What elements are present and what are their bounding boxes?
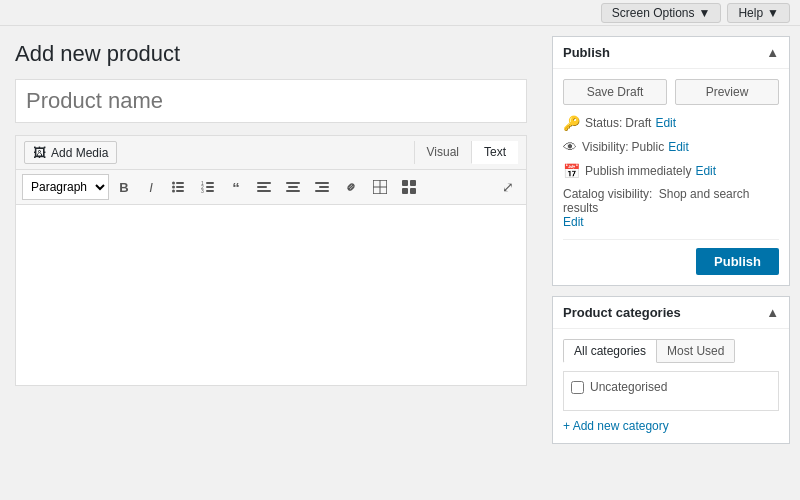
category-label-uncategorised: Uncategorised <box>590 380 667 394</box>
svg-rect-27 <box>410 188 416 194</box>
italic-button[interactable]: I <box>139 175 163 199</box>
save-draft-button[interactable]: Save Draft <box>563 79 667 105</box>
tab-all-categories[interactable]: All categories <box>563 339 657 363</box>
screen-options-button[interactable]: Screen Options ▼ <box>601 3 722 23</box>
align-left-button[interactable] <box>251 175 277 199</box>
publish-metabox: Publish ▲ Save Draft Preview 🔑 Status: D… <box>552 36 790 286</box>
publish-time-row: 📅 Publish immediately Edit <box>563 163 779 179</box>
publish-time-icon: 📅 <box>563 163 580 179</box>
publish-button[interactable]: Publish <box>696 248 779 275</box>
screen-options-label: Screen Options <box>612 6 695 20</box>
collapse-categories-icon[interactable]: ▲ <box>766 305 779 320</box>
publish-footer: Publish <box>563 239 779 275</box>
preview-button[interactable]: Preview <box>675 79 779 105</box>
visibility-edit-link[interactable]: Edit <box>668 140 689 154</box>
svg-rect-26 <box>402 188 408 194</box>
help-label: Help <box>738 6 763 20</box>
add-media-label: Add Media <box>51 146 108 160</box>
media-icon: 🖼 <box>33 145 46 160</box>
svg-rect-17 <box>286 190 300 192</box>
svg-rect-15 <box>286 182 300 184</box>
svg-rect-24 <box>402 180 408 186</box>
tab-most-used[interactable]: Most Used <box>657 339 735 363</box>
publish-timing-edit-link[interactable]: Edit <box>695 164 716 178</box>
status-icon: 🔑 <box>563 115 580 131</box>
collapse-publish-icon[interactable]: ▲ <box>766 45 779 60</box>
categories-metabox-body: All categories Most Used Uncategorised +… <box>553 329 789 443</box>
svg-text:3: 3 <box>201 188 204 194</box>
paragraph-select[interactable]: Paragraph <box>22 174 109 200</box>
list-item: Uncategorised <box>569 377 773 397</box>
category-list: Uncategorised <box>563 371 779 411</box>
tab-text[interactable]: Text <box>471 141 518 164</box>
help-button[interactable]: Help ▼ <box>727 3 790 23</box>
left-column: Add new product 🖼 Add Media Visual Text <box>0 26 542 500</box>
editor-tab-row: Visual Text <box>414 141 518 164</box>
align-center-button[interactable] <box>280 175 306 199</box>
svg-rect-13 <box>257 186 267 188</box>
tab-visual[interactable]: Visual <box>414 141 471 164</box>
svg-point-5 <box>172 190 175 193</box>
svg-rect-1 <box>176 186 184 188</box>
fullscreen-button[interactable]: ⤢ <box>496 175 520 199</box>
add-new-category-link[interactable]: + Add new category <box>563 419 669 433</box>
screen-options-chevron-icon: ▼ <box>699 6 711 20</box>
catalog-visibility-label: Catalog visibility: <box>563 187 652 201</box>
ul-button[interactable] <box>166 175 192 199</box>
svg-rect-0 <box>176 182 184 184</box>
publish-label: Publish <box>585 164 624 178</box>
link-button[interactable] <box>338 175 364 199</box>
status-row: 🔑 Status: Draft Edit <box>563 115 779 131</box>
top-bar: Screen Options ▼ Help ▼ <box>0 0 800 26</box>
product-name-input[interactable] <box>15 79 527 123</box>
categories-metabox: Product categories ▲ All categories Most… <box>552 296 790 444</box>
editor-toolbar: Paragraph B I <box>16 170 526 205</box>
blockquote-button[interactable]: “ <box>224 175 248 199</box>
categories-metabox-header: Product categories ▲ <box>553 297 789 329</box>
category-tabs: All categories Most Used <box>563 339 779 363</box>
publish-timing: immediately <box>627 164 691 178</box>
page-title: Add new product <box>15 41 527 67</box>
grid-button[interactable] <box>396 175 422 199</box>
editor-body[interactable] <box>16 205 526 385</box>
svg-rect-8 <box>206 190 214 192</box>
svg-rect-18 <box>315 182 329 184</box>
catalog-visibility-row: Catalog visibility: Shop and search resu… <box>563 187 779 229</box>
publish-metabox-body: Save Draft Preview 🔑 Status: Draft Edit … <box>553 69 789 285</box>
editor-wrap: 🖼 Add Media Visual Text Paragraph <box>15 135 527 386</box>
svg-rect-16 <box>288 186 298 188</box>
category-checkbox-uncategorised[interactable] <box>571 381 584 394</box>
publish-action-row: Save Draft Preview <box>563 79 779 105</box>
svg-point-3 <box>172 182 175 185</box>
publish-metabox-header: Publish ▲ <box>553 37 789 69</box>
help-chevron-icon: ▼ <box>767 6 779 20</box>
svg-rect-7 <box>206 186 214 188</box>
svg-rect-14 <box>257 190 271 192</box>
ol-button[interactable]: 1 2 3 <box>195 175 221 199</box>
svg-rect-2 <box>176 190 184 192</box>
right-column: Publish ▲ Save Draft Preview 🔑 Status: D… <box>542 26 800 500</box>
visibility-row: 👁 Visibility: Public Edit <box>563 139 779 155</box>
svg-rect-12 <box>257 182 271 184</box>
visibility-label: Visibility: <box>582 140 628 154</box>
catalog-edit-link[interactable]: Edit <box>563 215 779 229</box>
visibility-icon: 👁 <box>563 139 577 155</box>
svg-rect-6 <box>206 182 214 184</box>
status-value: Draft <box>625 116 651 130</box>
publish-title: Publish <box>563 45 610 60</box>
status-edit-link[interactable]: Edit <box>655 116 676 130</box>
svg-rect-20 <box>315 190 329 192</box>
add-media-button[interactable]: 🖼 Add Media <box>24 141 117 164</box>
align-right-button[interactable] <box>309 175 335 199</box>
status-label: Status: <box>585 116 622 130</box>
svg-point-4 <box>172 186 175 189</box>
visibility-value: Public <box>631 140 664 154</box>
svg-rect-25 <box>410 180 416 186</box>
svg-rect-19 <box>319 186 329 188</box>
categories-title: Product categories <box>563 305 681 320</box>
main-layout: Add new product 🖼 Add Media Visual Text <box>0 26 800 500</box>
add-media-bar: 🖼 Add Media Visual Text <box>16 136 526 170</box>
table-button[interactable] <box>367 175 393 199</box>
bold-button[interactable]: B <box>112 175 136 199</box>
